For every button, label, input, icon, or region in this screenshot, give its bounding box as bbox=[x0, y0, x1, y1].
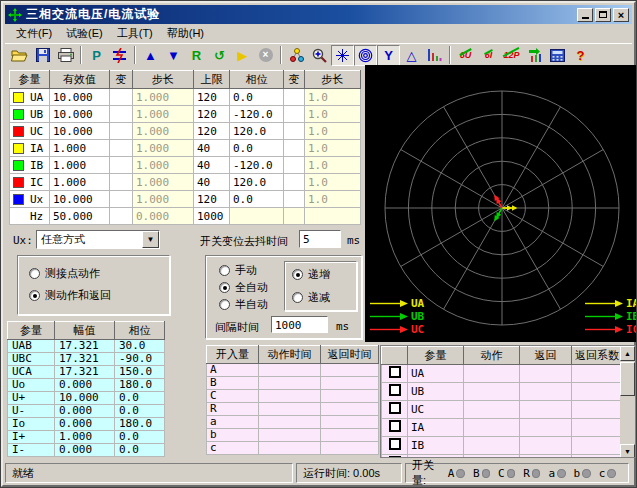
var-cell[interactable] bbox=[284, 191, 305, 208]
rms-cell[interactable]: 50.000 bbox=[50, 208, 110, 225]
calculator-button[interactable] bbox=[546, 45, 569, 66]
step-cell[interactable]: 1.0 bbox=[305, 123, 361, 140]
menu-help[interactable]: 帮助(H) bbox=[160, 24, 211, 43]
step-cell[interactable]: 1.000 bbox=[133, 191, 194, 208]
zoom-button[interactable] bbox=[308, 45, 331, 66]
vector-view-toggle[interactable] bbox=[331, 45, 354, 66]
maximize-button[interactable] bbox=[595, 8, 611, 22]
phase-node-button[interactable] bbox=[285, 45, 308, 66]
pause-output-button[interactable]: P bbox=[85, 45, 108, 66]
radio-full-auto[interactable]: 全自动 bbox=[219, 280, 268, 295]
debounce-input[interactable]: 5 bbox=[299, 230, 341, 248]
phase-cell[interactable]: -120.0 bbox=[230, 106, 284, 123]
scroll-up-icon[interactable]: ▲ bbox=[620, 346, 635, 361]
undo-button[interactable]: ↺ bbox=[208, 45, 231, 66]
row-checkbox[interactable] bbox=[389, 384, 401, 396]
six-voltage-button[interactable]: 6U bbox=[454, 45, 477, 66]
row-checkbox[interactable] bbox=[389, 438, 401, 450]
open-button[interactable] bbox=[8, 45, 31, 66]
step-cell[interactable]: 1.000 bbox=[133, 106, 194, 123]
circle-view-toggle[interactable] bbox=[354, 45, 377, 66]
limit-cell[interactable]: 120 bbox=[194, 106, 230, 123]
radio-decrease[interactable]: 递减 bbox=[292, 290, 330, 305]
phase-cell[interactable]: -120.0 bbox=[230, 157, 284, 174]
chevron-down-icon[interactable]: ▼ bbox=[142, 231, 159, 248]
stop-button[interactable]: × bbox=[254, 45, 277, 66]
rms-cell[interactable]: 10.000 bbox=[50, 191, 110, 208]
step-up-button[interactable]: ▲ bbox=[139, 45, 162, 66]
limit-cell[interactable]: 120 bbox=[194, 89, 230, 106]
twelve-phase-button[interactable]: 12P bbox=[500, 45, 523, 66]
delta-connection-button[interactable]: △ bbox=[400, 45, 423, 66]
rms-cell[interactable]: 1.000 bbox=[50, 157, 110, 174]
var-cell[interactable] bbox=[284, 140, 305, 157]
phase-cell[interactable]: 0.0 bbox=[230, 89, 284, 106]
step-cell[interactable]: 1.000 bbox=[133, 157, 194, 174]
save-button[interactable] bbox=[31, 45, 54, 66]
minimize-button[interactable] bbox=[577, 8, 593, 22]
step-cell[interactable]: 1.0 bbox=[305, 157, 361, 174]
limit-cell[interactable]: 40 bbox=[194, 140, 230, 157]
reset-button[interactable]: R bbox=[185, 45, 208, 66]
menu-tools[interactable]: 工具(T) bbox=[110, 24, 160, 43]
rms-cell[interactable]: 10.000 bbox=[50, 106, 110, 123]
row-checkbox[interactable] bbox=[389, 420, 401, 432]
short-circuit-button[interactable] bbox=[108, 45, 131, 66]
phase-cell[interactable]: 120.0 bbox=[230, 123, 284, 140]
phase-cell[interactable]: 0.0 bbox=[230, 191, 284, 208]
limit-cell[interactable]: 1000 bbox=[194, 208, 230, 225]
radio-action-return[interactable]: 测动作和返回 bbox=[29, 288, 111, 303]
print-button[interactable] bbox=[54, 45, 77, 66]
radio-contact-action[interactable]: 测接点动作 bbox=[29, 266, 100, 281]
var-cell[interactable] bbox=[110, 208, 133, 225]
var-cell[interactable] bbox=[284, 157, 305, 174]
menu-file[interactable]: 文件(F) bbox=[9, 24, 59, 43]
var-cell[interactable] bbox=[110, 106, 133, 123]
var-cell[interactable] bbox=[110, 157, 133, 174]
limit-cell[interactable]: 120 bbox=[194, 191, 230, 208]
scrollbar-thumb[interactable] bbox=[620, 362, 635, 396]
six-current-button[interactable]: 6I bbox=[477, 45, 500, 66]
start-button[interactable]: ▶ bbox=[231, 45, 254, 66]
output-state-button[interactable] bbox=[523, 45, 546, 66]
vertical-scrollbar[interactable]: ▲ ▼ bbox=[620, 346, 635, 458]
radio-manual[interactable]: 手动 bbox=[219, 263, 257, 278]
rms-cell[interactable]: 10.000 bbox=[50, 89, 110, 106]
var-cell[interactable] bbox=[110, 174, 133, 191]
var-cell[interactable] bbox=[110, 89, 133, 106]
close-button[interactable]: × bbox=[613, 8, 629, 22]
step-cell[interactable]: 0.000 bbox=[133, 208, 194, 225]
var-cell[interactable] bbox=[284, 174, 305, 191]
step-cell[interactable]: 1.0 bbox=[305, 140, 361, 157]
var-cell[interactable] bbox=[284, 123, 305, 140]
var-cell[interactable] bbox=[284, 89, 305, 106]
scroll-down-icon[interactable]: ▼ bbox=[620, 444, 635, 458]
var-cell[interactable] bbox=[110, 123, 133, 140]
step-cell[interactable]: 1.0 bbox=[305, 89, 361, 106]
radio-increase[interactable]: 递增 bbox=[292, 267, 330, 282]
row-checkbox[interactable] bbox=[389, 366, 401, 378]
step-cell[interactable]: 1.000 bbox=[133, 89, 194, 106]
rms-cell[interactable]: 10.000 bbox=[50, 123, 110, 140]
step-cell[interactable]: 1.0 bbox=[305, 106, 361, 123]
rms-cell[interactable]: 1.000 bbox=[50, 140, 110, 157]
harmonics-button[interactable] bbox=[423, 45, 446, 66]
step-cell[interactable]: 1.000 bbox=[133, 174, 194, 191]
interval-input[interactable]: 1000 bbox=[271, 316, 328, 333]
step-down-button[interactable]: ▼ bbox=[162, 45, 185, 66]
rms-cell[interactable]: 1.000 bbox=[50, 174, 110, 191]
var-cell[interactable] bbox=[110, 140, 133, 157]
ux-mode-select[interactable]: 任意方式 ▼ bbox=[36, 230, 160, 249]
help-button[interactable]: ? bbox=[569, 45, 592, 66]
y-connection-toggle[interactable]: Y bbox=[377, 45, 400, 66]
step-cell[interactable]: 1.0 bbox=[305, 174, 361, 191]
row-checkbox[interactable] bbox=[389, 456, 401, 458]
step-cell[interactable]: 1.000 bbox=[133, 123, 194, 140]
limit-cell[interactable]: 120 bbox=[194, 123, 230, 140]
title-bar[interactable]: 三相交流电压/电流试验 × bbox=[5, 5, 632, 24]
radio-semi-auto[interactable]: 半自动 bbox=[219, 297, 268, 312]
var-cell[interactable] bbox=[284, 106, 305, 123]
step-cell[interactable]: 1.0 bbox=[305, 191, 361, 208]
step-cell[interactable]: 1.000 bbox=[133, 140, 194, 157]
phase-cell[interactable]: 120.0 bbox=[230, 174, 284, 191]
